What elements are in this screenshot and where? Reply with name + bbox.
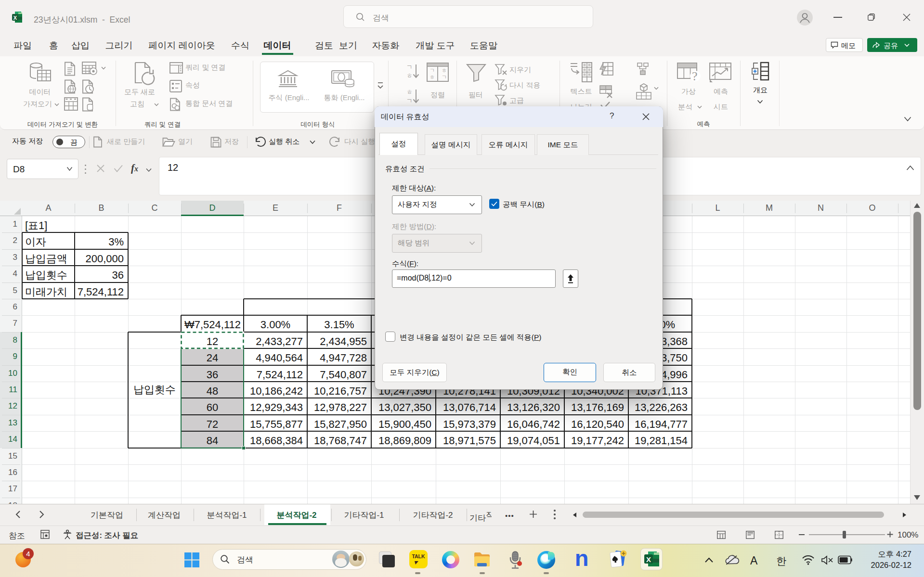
svg-text:ㅎ: ㅎ [406, 72, 413, 79]
svg-text:ㄱ: ㄱ [406, 97, 413, 104]
svg-text:X: X [13, 15, 17, 21]
svg-text:ㅎ: ㅎ [442, 67, 447, 73]
svg-text:ㄱ: ㄱ [442, 74, 447, 80]
svg-text:X: X [646, 555, 651, 564]
svg-text:ㄱ: ㄱ [406, 64, 413, 71]
svg-text:ㄱ: ㄱ [429, 67, 435, 73]
svg-text:ㅎ: ㅎ [429, 74, 435, 80]
svg-text:ㅎ: ㅎ [406, 89, 413, 96]
svg-text:?: ? [692, 69, 698, 83]
